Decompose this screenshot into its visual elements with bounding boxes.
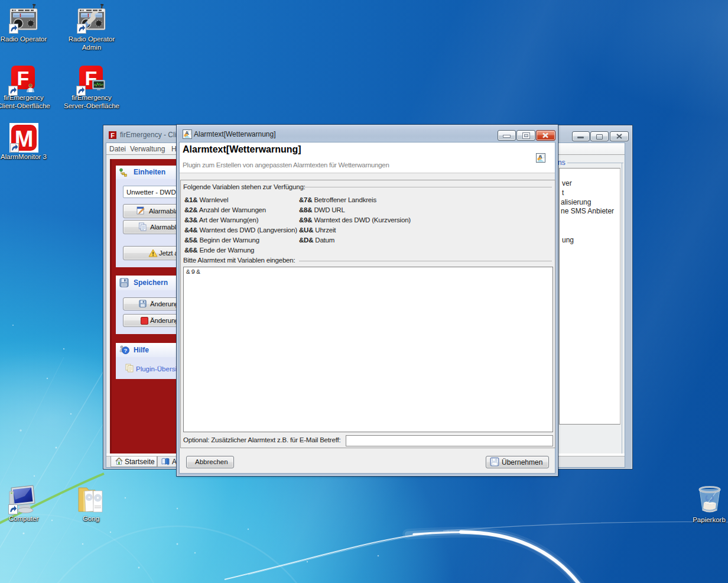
svg-text:?: ?	[124, 347, 128, 354]
svg-text:F: F	[110, 132, 115, 139]
